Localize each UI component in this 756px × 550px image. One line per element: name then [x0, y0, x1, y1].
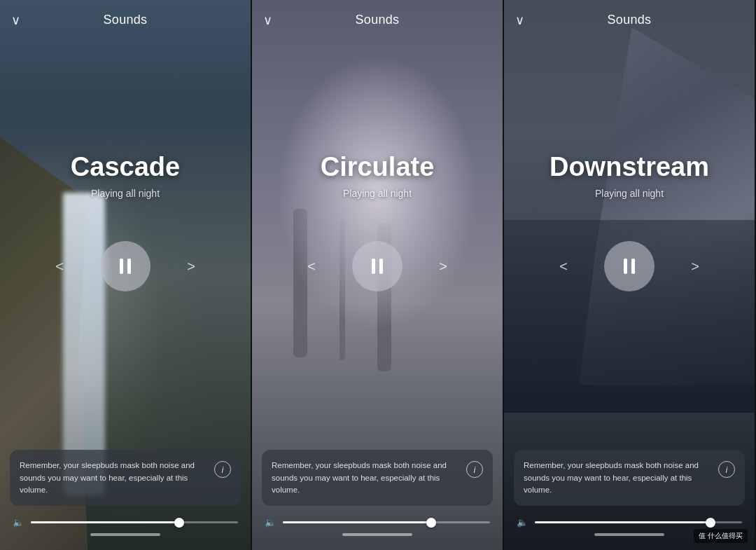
downstream-sound-name: Downstream [550, 152, 709, 182]
downstream-volume-row: 🔈 [514, 517, 745, 528]
cascade-subtitle: Playing all night [91, 188, 160, 199]
pause-bar-right [379, 259, 383, 274]
downstream-subtitle: Playing all night [595, 188, 664, 199]
pause-bar-right [127, 259, 131, 274]
downstream-volume-icon: 🔈 [517, 517, 528, 528]
downstream-volume-fill [535, 521, 711, 523]
pause-bar-left [372, 259, 375, 274]
circulate-home-indicator [342, 533, 412, 536]
circulate-notice-text: Remember, your sleepbuds mask both noise… [272, 460, 458, 496]
cascade-sound-name: Cascade [71, 152, 180, 182]
circulate-prev-button[interactable]: < [299, 254, 324, 279]
panel-circulate: ∨ Sounds Circulate Playing all night < >… [252, 0, 504, 550]
pause-icon [120, 259, 131, 274]
pause-bar-right [631, 259, 635, 274]
cascade-volume-track[interactable] [31, 521, 238, 523]
cascade-bottom: Remember, your sleepbuds mask both noise… [0, 450, 251, 550]
panel-cascade: ∨ Sounds Cascade Playing all night < > R… [0, 0, 252, 550]
downstream-prev-button[interactable]: < [551, 254, 576, 279]
circulate-content: Circulate Playing all night < > [252, 0, 503, 450]
cascade-controls: < > [47, 241, 204, 291]
cascade-info-icon[interactable]: i [214, 461, 231, 478]
downstream-info-icon[interactable]: i [718, 461, 735, 478]
pause-bar-left [624, 259, 627, 274]
pause-icon [624, 259, 635, 274]
downstream-volume-thumb[interactable] [706, 518, 715, 528]
circulate-info-icon[interactable]: i [466, 461, 483, 478]
cascade-prev-button[interactable]: < [47, 254, 72, 279]
panel-downstream: ∨ Sounds Downstream Playing all night < … [504, 0, 756, 550]
circulate-volume-row: 🔈 [262, 517, 493, 528]
pause-bar-left [120, 259, 123, 274]
circulate-notice-box: Remember, your sleepbuds mask both noise… [262, 450, 493, 506]
cascade-volume-thumb[interactable] [174, 518, 184, 528]
cascade-content: Cascade Playing all night < > [0, 0, 251, 450]
cascade-notice-box: Remember, your sleepbuds mask both noise… [10, 450, 241, 506]
cascade-volume-fill [31, 521, 180, 523]
cascade-volume-icon: 🔈 [13, 517, 24, 528]
circulate-volume-track[interactable] [283, 521, 490, 523]
cascade-pause-button[interactable] [100, 241, 150, 291]
watermark: 值 什么值得买 [694, 529, 748, 543]
downstream-content: Downstream Playing all night < > [504, 0, 755, 450]
cascade-next-button[interactable]: > [178, 254, 204, 279]
circulate-pause-button[interactable] [352, 241, 402, 291]
circulate-volume-fill [283, 521, 432, 523]
cascade-volume-row: 🔈 [10, 517, 241, 528]
circulate-volume-icon: 🔈 [265, 517, 276, 528]
cascade-notice-text: Remember, your sleepbuds mask both noise… [20, 460, 206, 496]
circulate-controls: < > [299, 241, 456, 291]
downstream-volume-track[interactable] [535, 521, 742, 523]
downstream-next-button[interactable]: > [682, 254, 708, 279]
pause-icon [372, 259, 383, 274]
downstream-notice-text: Remember, your sleepbuds mask both noise… [524, 460, 710, 496]
downstream-pause-button[interactable] [604, 241, 654, 291]
circulate-volume-thumb[interactable] [426, 518, 436, 528]
cascade-home-indicator [90, 533, 160, 536]
downstream-notice-box: Remember, your sleepbuds mask both noise… [514, 450, 745, 506]
circulate-sound-name: Circulate [321, 152, 435, 182]
downstream-controls: < > [551, 241, 708, 291]
downstream-home-indicator [594, 533, 664, 536]
circulate-bottom: Remember, your sleepbuds mask both noise… [252, 450, 503, 550]
circulate-subtitle: Playing all night [343, 188, 412, 199]
circulate-next-button[interactable]: > [430, 254, 456, 279]
